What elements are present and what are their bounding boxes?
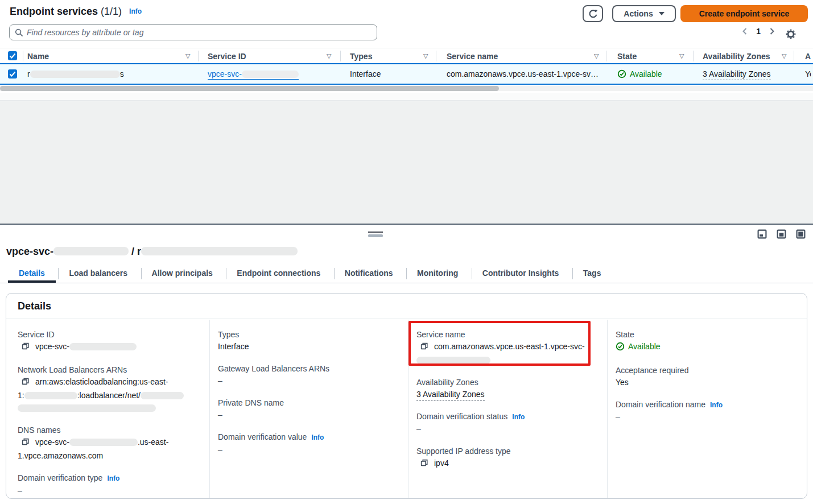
sort-icon[interactable]: ▽	[782, 52, 786, 60]
redacted-text	[53, 247, 129, 255]
field-domain-verification-type: Domain verification typeInfo –	[18, 472, 200, 497]
chevron-right-icon	[769, 27, 775, 35]
column-header-service-id[interactable]: Service ID	[208, 52, 246, 61]
field-service-name: Service name com.amazonaws.vpce.us-east-…	[416, 329, 601, 366]
cell-acceptance-required: Yes	[805, 69, 811, 79]
info-link[interactable]: Info	[512, 413, 525, 421]
row-checkbox[interactable]	[8, 69, 17, 79]
gear-icon	[786, 29, 796, 39]
details-column-3: Service name com.amazonaws.vpce.us-east-…	[416, 329, 601, 481]
tab-load-balancers[interactable]: Load balancers	[58, 265, 138, 282]
table-section: Endpoint services (1/1) Info Actions Cre…	[0, 0, 813, 93]
caret-down-icon	[659, 12, 665, 15]
select-all-checkbox[interactable]	[8, 51, 17, 60]
cell-service-id: vpce-svc-	[208, 69, 299, 79]
tab-details[interactable]: Details	[8, 265, 56, 282]
refresh-button[interactable]	[583, 5, 603, 22]
sort-icon[interactable]: ▽	[327, 52, 331, 60]
table-card-footer	[0, 93, 813, 101]
details-card: Details Service ID vpce-svc- Network Loa…	[6, 293, 807, 499]
details-column-2: Types Interface Gateway Load Balancers A…	[218, 329, 400, 466]
redacted-text	[141, 392, 184, 399]
column-header-name[interactable]: Name	[27, 52, 49, 61]
page-title-text: Endpoint services	[10, 6, 98, 17]
info-link[interactable]: Info	[129, 7, 142, 15]
cell-availability-zones: 3 Availability Zones	[703, 69, 771, 79]
column-header-state[interactable]: State	[617, 52, 637, 61]
redacted-text	[69, 343, 137, 350]
endpoint-services-page: Endpoint services (1/1) Info Actions Cre…	[0, 0, 813, 504]
panel-size-large-button[interactable]	[796, 229, 806, 241]
previous-page-button[interactable]	[738, 25, 752, 38]
tab-monitoring[interactable]: Monitoring	[406, 265, 469, 282]
page-number[interactable]: 1	[752, 27, 765, 36]
table-row[interactable]: rs vpce-svc- Interface com.amazonaws.vpc…	[0, 63, 813, 85]
redacted-text	[242, 71, 299, 78]
tab-endpoint-connections[interactable]: Endpoint connections	[226, 265, 331, 282]
info-link[interactable]: Info	[311, 433, 324, 441]
sort-icon[interactable]: ▽	[185, 52, 190, 60]
check-circle-icon	[617, 69, 626, 79]
split-panel-drag-handle[interactable]	[368, 232, 383, 237]
chevron-left-icon	[741, 27, 748, 35]
search-box[interactable]	[9, 24, 377, 40]
copy-icon[interactable]	[21, 439, 30, 448]
panel-size-medium-button[interactable]	[777, 229, 786, 241]
preferences-button[interactable]	[782, 27, 799, 42]
redacted-text	[18, 404, 156, 412]
availability-zones-link[interactable]: 3 Availability Zones	[416, 390, 485, 400]
panel-size-small-button[interactable]	[757, 229, 767, 241]
sort-icon[interactable]: ▽	[594, 52, 599, 60]
search-input[interactable]	[27, 28, 377, 37]
scrollbar-thumb[interactable]	[0, 86, 499, 91]
column-header-availability-zones[interactable]: Availability Zones	[703, 52, 770, 61]
actions-label: Actions	[624, 9, 653, 18]
copy-icon[interactable]	[420, 460, 428, 469]
field-state: State Available	[616, 329, 803, 354]
cell-service-name: com.amazonaws.vpce.us-east-1.vpce-sv…	[447, 69, 600, 79]
column-header-acceptance-required[interactable]: Acceptance required	[805, 52, 811, 61]
page-title: Endpoint services (1/1) Info	[10, 6, 142, 18]
field-domain-verification-value: Domain verification valueInfo –	[218, 431, 400, 456]
field-domain-verification-status: Domain verification statusInfo –	[416, 411, 601, 435]
details-column-4: State Available Acceptance required	[616, 329, 803, 433]
redacted-text	[24, 392, 77, 399]
details-card-header: Details	[6, 294, 807, 319]
search-icon	[15, 28, 23, 37]
field-gateway-arns: Gateway Load Balancers ARNs –	[218, 363, 400, 387]
details-heading: Details	[18, 300, 51, 312]
service-id-link[interactable]: vpce-svc-	[208, 69, 299, 80]
tab-contributor-insights[interactable]: Contributor Insights	[472, 265, 570, 282]
resource-count: (1/1)	[101, 6, 122, 17]
next-page-button[interactable]	[765, 25, 779, 38]
info-link[interactable]: Info	[107, 474, 119, 482]
info-link[interactable]: Info	[710, 401, 723, 409]
tab-tags[interactable]: Tags	[572, 265, 612, 282]
column-header-types[interactable]: Types	[350, 52, 372, 61]
field-acceptance-required: Acceptance required Yes	[616, 365, 803, 389]
horizontal-scrollbar[interactable]	[0, 86, 813, 91]
background-area	[0, 101, 813, 224]
copy-icon[interactable]	[21, 343, 30, 352]
tab-bar: Details Load balancers Allow principals …	[0, 265, 813, 283]
redacted-text	[69, 439, 138, 446]
tab-notifications[interactable]: Notifications	[334, 265, 404, 282]
field-availability-zones: Availability Zones 3 Availability Zones	[416, 377, 601, 400]
tab-allow-principals[interactable]: Allow principals	[141, 265, 224, 282]
field-domain-verification-name: Domain verification nameInfo –	[616, 399, 803, 423]
pagination: 1	[738, 25, 779, 38]
copy-icon[interactable]	[21, 378, 30, 387]
refresh-icon	[588, 9, 598, 19]
cell-state: Available	[617, 69, 662, 79]
sort-icon[interactable]: ▽	[679, 52, 684, 60]
field-supported-ip-address-type: Supported IP address type ipv4	[416, 445, 601, 470]
sort-icon[interactable]: ▽	[423, 52, 428, 60]
check-circle-icon	[616, 342, 625, 351]
create-endpoint-service-button[interactable]: Create endpoint service	[680, 5, 808, 22]
redacted-text	[30, 71, 120, 78]
availability-zones-link[interactable]: 3 Availability Zones	[703, 69, 771, 80]
copy-icon[interactable]	[420, 343, 428, 352]
cell-types: Interface	[350, 69, 381, 79]
column-header-service-name[interactable]: Service name	[447, 52, 498, 61]
actions-button[interactable]: Actions	[612, 5, 676, 22]
